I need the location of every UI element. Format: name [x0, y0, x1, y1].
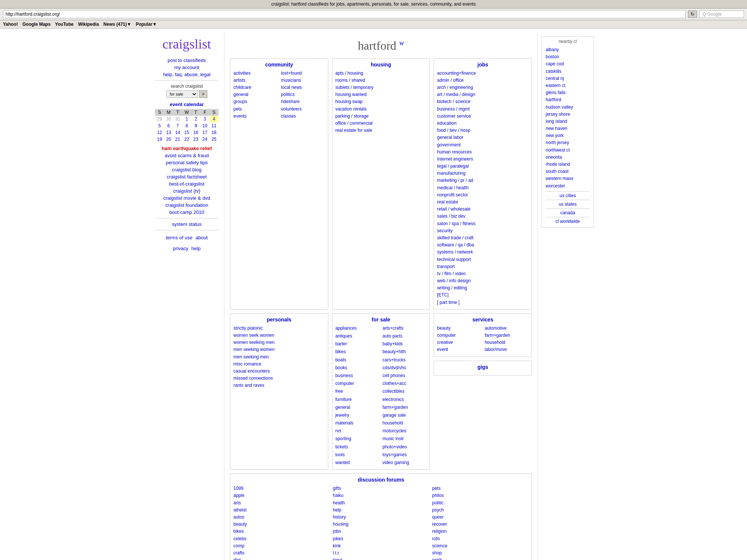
services-link-creative[interactable]: creative	[437, 339, 481, 346]
nearby-albany[interactable]: albany	[546, 46, 590, 53]
search-go-button[interactable]: >	[199, 90, 207, 98]
privacy-link[interactable]: privacy	[173, 246, 188, 251]
cal-day[interactable]: 24	[200, 136, 209, 143]
sale-books[interactable]: books	[335, 364, 379, 371]
forum-bikes[interactable]: bikes	[233, 528, 330, 535]
cal-day[interactable]: 17	[200, 129, 209, 136]
services-link-event[interactable]: event	[437, 346, 481, 353]
jobs-link-security[interactable]: security	[437, 227, 529, 234]
blog-link[interactable]: craigslist blog	[155, 167, 218, 172]
jobs-link-medical[interactable]: medical / health	[437, 184, 529, 192]
jobs-link-salon[interactable]: salon / spa / fitness	[437, 220, 529, 227]
jobs-link-transport[interactable]: transport	[437, 263, 529, 270]
nearby-glensfalls[interactable]: glens falls	[546, 89, 590, 96]
forum-psych[interactable]: psych	[432, 507, 529, 514]
forum-rofo[interactable]: rofo	[432, 535, 529, 542]
sale-clothesacc[interactable]: clothes+acc	[382, 380, 427, 387]
nearby-northjersey[interactable]: north jersey	[546, 139, 590, 146]
google-search-input[interactable]: Q Google	[699, 10, 744, 18]
forum-queer[interactable]: queer	[432, 514, 529, 521]
nearby-newhaven[interactable]: new haven	[546, 125, 590, 132]
forum-recover[interactable]: recover	[432, 521, 529, 528]
cal-day[interactable]: 8	[182, 122, 191, 129]
community-link-lostfound[interactable]: lost+found	[281, 70, 325, 77]
nearby-oneonta[interactable]: oneonta	[546, 154, 590, 161]
sale-boats[interactable]: boats	[335, 357, 379, 364]
jobs-link-customer[interactable]: customer service	[437, 113, 529, 120]
personals-link-wsw[interactable]: women seek women	[233, 332, 325, 339]
forum-health[interactable]: health	[333, 500, 429, 507]
cal-day[interactable]: 21	[173, 136, 182, 143]
jobs-link-systems[interactable]: systems / network	[437, 249, 529, 256]
nearby-usstates[interactable]: us states	[546, 202, 590, 207]
nearby-westernmass[interactable]: western mass	[546, 175, 590, 182]
nearby-boston[interactable]: boston	[546, 53, 590, 60]
sale-bikes[interactable]: bikes	[335, 348, 379, 355]
sale-free[interactable]: free	[335, 388, 379, 395]
nearby-capecod[interactable]: cape cod	[546, 60, 590, 68]
nearby-worcester[interactable]: worcester	[546, 183, 590, 190]
bookmark-popular[interactable]: Popular▼	[136, 22, 157, 27]
jobs-link-nonprofit[interactable]: nonprofit sector	[437, 192, 529, 199]
housing-link-sublets[interactable]: sublets / temporary	[335, 84, 427, 91]
jobs-link-food[interactable]: food / bev / hosp	[437, 127, 529, 134]
forum-ltr[interactable]: l.t.r.	[333, 550, 429, 557]
sale-appliances[interactable]: appliances	[335, 325, 379, 332]
nearby-rhodeisland[interactable]: rhode island	[546, 161, 590, 168]
sale-wanted[interactable]: wanted	[335, 459, 379, 466]
community-link-rideshare[interactable]: rideshare	[281, 98, 325, 105]
services-link-beauty[interactable]: beauty	[437, 325, 481, 332]
cal-day[interactable]: 19	[155, 136, 164, 143]
sale-videogaming[interactable]: video gaming	[382, 459, 427, 466]
jobs-link-realestate[interactable]: real estate	[437, 199, 529, 206]
personals-link-misc[interactable]: misc romance	[233, 361, 325, 368]
jobs-link-marketing[interactable]: marketing / pr / ad	[437, 177, 529, 184]
sale-toysgames[interactable]: toys+games	[382, 451, 427, 458]
cal-day[interactable]: 10	[200, 122, 209, 129]
url-input[interactable]	[3, 10, 686, 18]
safety-tips-link[interactable]: personal safety tips	[155, 160, 218, 165]
services-link-computer[interactable]: computer	[437, 332, 481, 339]
sale-rvs[interactable]: rvs	[335, 427, 379, 435]
cal-day[interactable]: 9	[191, 122, 200, 129]
cal-day[interactable]: 3	[200, 116, 209, 122]
terms-link[interactable]: terms of use	[166, 235, 193, 240]
housing-link-rooms[interactable]: rooms / shared	[335, 77, 427, 84]
forum-politic[interactable]: politic	[432, 500, 529, 507]
cal-day[interactable]: 14	[173, 129, 182, 136]
jobs-link-accounting[interactable]: accounting+finance	[437, 70, 529, 77]
jobs-link-web[interactable]: web / info design	[437, 277, 529, 284]
sale-furniture[interactable]: furniture	[335, 396, 379, 403]
nearby-northwestct[interactable]: northwest ct	[546, 147, 590, 154]
sale-business[interactable]: business	[335, 372, 379, 379]
help-faq-link[interactable]: help, faq, abuse, legal	[155, 72, 218, 77]
forum-spirit[interactable]: spirit	[432, 557, 529, 560]
cal-day[interactable]: 12	[155, 129, 164, 136]
sale-sporting[interactable]: sporting	[335, 435, 379, 442]
bookmark-yahoo[interactable]: Yahoo!	[3, 22, 18, 27]
forum-legal[interactable]: legal	[333, 557, 429, 560]
bookmark-youtube[interactable]: YouTube	[55, 22, 74, 27]
housing-link-office[interactable]: office / commercial	[335, 120, 427, 127]
forum-science[interactable]: science	[432, 542, 529, 550]
sale-photovideo[interactable]: photo+video	[382, 444, 427, 451]
services-link-automotive[interactable]: automotive	[485, 325, 529, 332]
housing-link-apts[interactable]: apts / housing	[335, 70, 427, 77]
nearby-catskills[interactable]: catskills	[546, 68, 590, 75]
help-link[interactable]: help	[191, 246, 201, 251]
forum-jobs[interactable]: jobs	[333, 528, 429, 535]
housing-link-wanted[interactable]: housing wanted	[335, 91, 427, 98]
nearby-southcoast[interactable]: south coast	[546, 168, 590, 175]
jobs-link-art[interactable]: art / media / design	[437, 91, 529, 98]
my-account-link[interactable]: my account	[155, 65, 218, 70]
forum-beauty[interactable]: beauty	[233, 521, 330, 528]
nearby-jerseyshore[interactable]: jersey shore	[546, 111, 590, 118]
cal-day[interactable]: 1	[182, 116, 191, 122]
personals-link-casual[interactable]: casual encounters	[233, 368, 325, 375]
community-link-classes[interactable]: classes	[281, 113, 325, 120]
sale-household[interactable]: household	[382, 420, 427, 427]
community-link-groups[interactable]: groups	[233, 98, 277, 105]
personals-link-msw[interactable]: men seeking women	[233, 346, 325, 353]
sale-barter[interactable]: barter	[335, 340, 379, 348]
foundation-link[interactable]: craigslist foundation	[155, 202, 218, 208]
